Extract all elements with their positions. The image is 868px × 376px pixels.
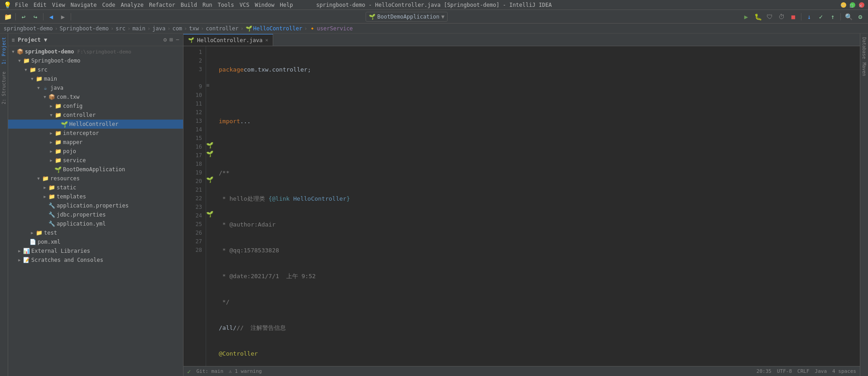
- menu-tools[interactable]: Tools: [218, 2, 234, 8]
- tree-item-main[interactable]: ▼ 📁 main: [8, 74, 183, 83]
- minimize-button[interactable]: ─: [841, 2, 846, 8]
- file-type[interactable]: Java: [815, 368, 827, 374]
- tree-item-controller[interactable]: ▼ 📁 controller: [8, 111, 183, 120]
- tree-item-pom[interactable]: 📄 pom.xml: [8, 237, 183, 246]
- menu-view[interactable]: View: [52, 2, 65, 8]
- undo-button[interactable]: ↩: [19, 12, 29, 22]
- menu-vcs[interactable]: VCS: [240, 2, 250, 8]
- tree-item-jdbc-props[interactable]: 🔧 jdbc.properties: [8, 210, 183, 219]
- settings-button[interactable]: ⚙: [855, 12, 865, 22]
- tree-item-interceptor[interactable]: ▶ 📁 interceptor: [8, 129, 183, 138]
- search-everywhere-button[interactable]: 🔍: [844, 12, 854, 22]
- line-ending[interactable]: CRLF: [797, 368, 810, 374]
- breadcrumb-java[interactable]: java: [152, 25, 165, 32]
- database-tab[interactable]: Database: [861, 35, 868, 61]
- menu-run[interactable]: Run: [203, 2, 212, 8]
- expand-arrow[interactable]: ▼: [48, 113, 54, 117]
- menu-help[interactable]: Help: [280, 2, 293, 8]
- maven-tab[interactable]: Maven: [861, 61, 868, 78]
- tree-item-src[interactable]: ▼ 📁 src: [8, 65, 183, 74]
- breadcrumb-class[interactable]: 🌱HelloController: [246, 25, 302, 32]
- encoding[interactable]: UTF-8: [777, 368, 792, 374]
- menu-navigate[interactable]: Navigate: [71, 2, 97, 8]
- tree-item-config[interactable]: ▶ 📁 config: [8, 101, 183, 111]
- menu-build[interactable]: Build: [181, 2, 197, 8]
- breadcrumb-src[interactable]: src: [116, 25, 125, 32]
- expand-arrow[interactable]: ▼: [10, 49, 16, 54]
- menu-window[interactable]: Window: [255, 2, 274, 8]
- expand-arrow[interactable]: ▶: [16, 249, 23, 253]
- close-button[interactable]: ✕: [859, 2, 864, 8]
- menu-edit[interactable]: Edit: [34, 2, 47, 8]
- tree-item-boot-demo[interactable]: 🌱 BootDemoApplication: [8, 165, 183, 174]
- expand-arrow[interactable]: ▶: [48, 158, 54, 163]
- redo-button[interactable]: ↪: [30, 12, 40, 22]
- expand-arrow[interactable]: ▶: [16, 258, 23, 262]
- tree-item-static[interactable]: ▶ 📁 static: [8, 183, 183, 192]
- tab-close-button[interactable]: ✕: [265, 37, 269, 43]
- tree-item-resources[interactable]: ▼ 📁 resources: [8, 174, 183, 183]
- debug-button[interactable]: 🐛: [753, 12, 763, 22]
- breadcrumb-txw[interactable]: txw: [189, 25, 199, 32]
- tree-item-mapper[interactable]: ▶ 📁 mapper: [8, 138, 183, 147]
- tree-item-hello-controller[interactable]: 🌱 HelloController: [8, 120, 183, 129]
- navigate-forward-button[interactable]: ▶: [58, 12, 68, 22]
- expand-arrow[interactable]: ▼: [35, 176, 42, 181]
- run-with-coverage-button[interactable]: 🛡: [765, 12, 775, 22]
- vcs-push-button[interactable]: ↑: [828, 12, 838, 22]
- tree-item-com-txw[interactable]: ▼ 📦 com.txw: [8, 92, 183, 101]
- expand-arrow[interactable]: ▼: [23, 67, 29, 72]
- expand-arrow[interactable]: ▼: [42, 95, 48, 99]
- tab-hello-controller[interactable]: 🌱 HelloController.java ✕: [183, 34, 273, 46]
- git-branch[interactable]: Git: main: [196, 368, 223, 374]
- maximize-button[interactable]: □: [850, 2, 855, 8]
- menu-code[interactable]: Code: [102, 2, 116, 8]
- tree-item-module[interactable]: ▼ 📁 Springboot-demo: [8, 56, 183, 65]
- run-button[interactable]: ▶: [741, 12, 751, 22]
- tree-item-ext-libs[interactable]: ▶ 📊 External Libraries: [8, 246, 183, 255]
- tree-item-service[interactable]: ▶ 📁 service: [8, 156, 183, 165]
- profile-button[interactable]: ⏱: [776, 12, 786, 22]
- vcs-commit-button[interactable]: ✓: [816, 12, 826, 22]
- breadcrumb-main[interactable]: main: [132, 25, 145, 32]
- open-project-button[interactable]: 📁: [3, 12, 13, 22]
- vcs-update-button[interactable]: ↓: [804, 12, 814, 22]
- code-editor[interactable]: 1 2 3 9 10 11 12 13 14 15 16 17 18 19 20…: [183, 46, 860, 376]
- breadcrumb-project[interactable]: springboot-demo: [4, 25, 53, 32]
- expand-arrow[interactable]: ▼: [35, 86, 42, 90]
- tree-item-test[interactable]: ▶ 📁 test: [8, 228, 183, 237]
- tree-item-springboot-demo[interactable]: ▼ 📦 springboot-demo F:\springboot-demo: [8, 47, 183, 56]
- project-tab[interactable]: 1: Project: [0, 35, 7, 66]
- warning-count[interactable]: ⚠ 1 warning: [229, 368, 262, 374]
- indent-size[interactable]: 4 spaces: [832, 368, 856, 374]
- tree-item-app-yml[interactable]: 🔧 application.yml: [8, 219, 183, 228]
- run-configuration[interactable]: 🌱 BootDemoApplication ▼: [366, 12, 448, 22]
- tree-item-pojo[interactable]: ▶ 📁 pojo: [8, 147, 183, 156]
- breadcrumb-module[interactable]: Springboot-demo: [60, 25, 109, 32]
- minimize-panel-icon[interactable]: −: [176, 36, 179, 43]
- code-content[interactable]: package com.txw.controller; import ... /…: [215, 46, 860, 376]
- navigate-back-button[interactable]: ◀: [46, 12, 56, 22]
- tree-item-java[interactable]: ▼ ☕ java: [8, 83, 183, 92]
- layout-icon[interactable]: ⊞: [169, 36, 173, 43]
- breadcrumb-com[interactable]: com: [172, 25, 182, 32]
- expand-arrow[interactable]: ▶: [48, 149, 54, 154]
- tree-item-templates[interactable]: ▶ 📁 templates: [8, 192, 183, 201]
- gear-icon[interactable]: ⚙: [164, 36, 167, 43]
- breadcrumb-field[interactable]: 🔸userService: [309, 25, 352, 32]
- expand-arrow[interactable]: ▶: [42, 185, 48, 190]
- tree-item-app-props[interactable]: 🔧 application.properties: [8, 201, 183, 210]
- menu-file[interactable]: File: [15, 2, 28, 8]
- expand-arrow[interactable]: ▶: [29, 231, 35, 235]
- expand-arrow[interactable]: ▶: [42, 194, 48, 199]
- tree-item-scratches[interactable]: ▶ 📝 Scratches and Consoles: [8, 255, 183, 265]
- expand-arrow[interactable]: ▼: [16, 58, 23, 63]
- breadcrumb-controller[interactable]: controller: [206, 25, 238, 32]
- menu-analyze[interactable]: Analyze: [121, 2, 144, 8]
- structure-tab[interactable]: 2: Structure: [0, 70, 7, 106]
- expand-arrow[interactable]: ▶: [48, 140, 54, 145]
- stop-button[interactable]: ■: [788, 12, 798, 22]
- expand-arrow[interactable]: ▼: [29, 77, 35, 81]
- cursor-position[interactable]: 20:35: [757, 368, 772, 374]
- expand-arrow[interactable]: ▶: [48, 131, 54, 135]
